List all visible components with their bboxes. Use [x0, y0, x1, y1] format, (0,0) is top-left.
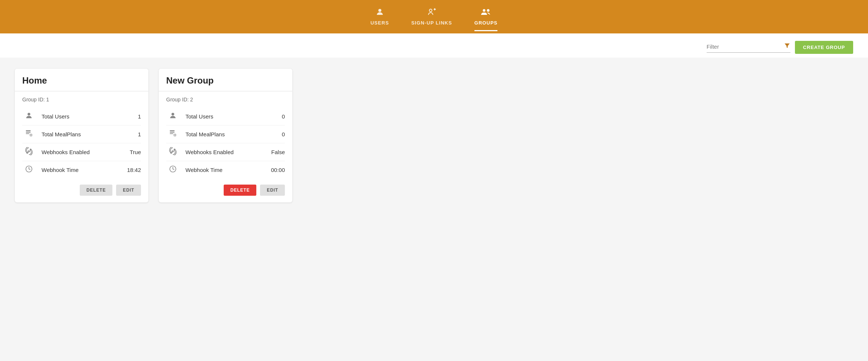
- stat-label-webhook-time: Webhook Time: [42, 167, 120, 173]
- group-card-new-body: Group ID: 2 Total Users 0: [159, 91, 292, 179]
- svg-point-5: [487, 9, 490, 12]
- svg-point-13: [26, 152, 28, 154]
- stat-value-webhook-time-new: 00:00: [270, 167, 285, 173]
- stat-row-total-users-new: Total Users 0: [166, 108, 285, 126]
- stat-label-mealplans-new: Total MealPlans: [185, 131, 264, 137]
- svg-point-1: [429, 9, 432, 12]
- group-card-home-body: Group ID: 1 Total Users 1: [15, 91, 148, 179]
- group-home-id: Group ID: 1: [22, 97, 141, 103]
- group-new-title: New Group: [166, 75, 214, 85]
- svg-point-14: [30, 149, 32, 150]
- stat-row-webhooks-new: Webhooks Enabled False: [166, 143, 285, 161]
- svg-rect-7: [26, 130, 31, 131]
- group-card-home: Home Group ID: 1 Total Users 1: [15, 69, 148, 202]
- stat-row-webhook-time-home: Webhook Time 18:42: [22, 161, 141, 179]
- stat-value-total-users-new: 0: [270, 113, 285, 120]
- svg-rect-20: [170, 132, 175, 133]
- toolbar: CREATE GROUP: [0, 33, 868, 58]
- svg-rect-21: [170, 133, 173, 134]
- svg-point-26: [174, 149, 175, 150]
- groups-icon: [481, 7, 491, 18]
- clock-icon-new: [166, 165, 180, 175]
- group-card-new: New Group Group ID: 2 Total Users 0: [159, 69, 292, 202]
- group-new-id: Group ID: 2: [166, 97, 285, 103]
- stat-label-webhook-time-new: Webhook Time: [185, 167, 264, 173]
- stat-row-mealplans-new: Total MealPlans 0: [166, 126, 285, 143]
- group-home-title: Home: [22, 75, 47, 85]
- svg-rect-19: [170, 130, 175, 131]
- clock-icon: [22, 165, 36, 175]
- stat-value-mealplans: 1: [126, 131, 141, 137]
- svg-rect-9: [26, 133, 29, 134]
- stat-label-webhooks: Webhooks Enabled: [42, 149, 120, 155]
- svg-point-4: [483, 9, 486, 12]
- stat-row-total-users-home: Total Users 1: [22, 108, 141, 126]
- stat-value-total-users: 1: [126, 113, 141, 120]
- create-group-button[interactable]: CREATE GROUP: [795, 41, 853, 54]
- mealplan-icon: [22, 129, 36, 139]
- edit-button-home[interactable]: EDIT: [116, 185, 141, 196]
- filter-icon: [784, 42, 790, 51]
- webhook-icon-new: [166, 147, 180, 157]
- delete-button-home[interactable]: DELETE: [80, 185, 112, 196]
- group-card-home-header: Home: [15, 69, 148, 91]
- group-card-new-header: New Group: [159, 69, 292, 91]
- filter-wrap: [707, 42, 790, 53]
- edit-button-new[interactable]: EDIT: [260, 185, 285, 196]
- svg-rect-8: [26, 132, 31, 133]
- groups-grid: Home Group ID: 1 Total Users 1: [0, 58, 868, 214]
- svg-point-0: [378, 9, 381, 12]
- stat-row-webhooks-home: Webhooks Enabled True: [22, 143, 141, 161]
- stat-row-mealplans-home: Total MealPlans 1: [22, 126, 141, 143]
- svg-point-25: [170, 152, 172, 154]
- nav-groups[interactable]: GROUPS: [474, 7, 498, 31]
- stat-value-webhooks-new: False: [270, 149, 285, 155]
- svg-point-6: [27, 113, 30, 116]
- user-icon-new: [166, 111, 180, 121]
- nav-users[interactable]: USERS: [371, 7, 389, 31]
- stat-value-webhooks: True: [126, 149, 141, 155]
- delete-button-new[interactable]: DELETE: [224, 185, 256, 196]
- group-card-new-footer: DELETE EDIT: [159, 179, 292, 202]
- user-icon: [22, 111, 36, 121]
- users-icon: [375, 7, 384, 18]
- nav-signup-links-label: SIGN-UP LINKS: [411, 20, 452, 26]
- nav-groups-label: GROUPS: [474, 20, 498, 26]
- stat-label-webhooks-new: Webhooks Enabled: [185, 149, 264, 155]
- stat-label-mealplans: Total MealPlans: [42, 131, 120, 137]
- nav-users-label: USERS: [371, 20, 389, 26]
- webhook-icon: [22, 147, 36, 157]
- stat-label-total-users-new: Total Users: [185, 113, 264, 120]
- svg-point-18: [171, 113, 174, 116]
- stat-row-webhook-time-new: Webhook Time 00:00: [166, 161, 285, 179]
- nav-signup-links[interactable]: SIGN-UP LINKS: [411, 7, 452, 31]
- mealplan-icon-new: [166, 129, 180, 139]
- stat-value-webhook-time: 18:42: [126, 167, 141, 173]
- stat-label-total-users: Total Users: [42, 113, 120, 120]
- group-card-home-footer: DELETE EDIT: [15, 179, 148, 202]
- top-nav: USERS SIGN-UP LINKS GROUPS: [0, 0, 868, 33]
- filter-input[interactable]: [707, 43, 781, 50]
- stat-value-mealplans-new: 0: [270, 131, 285, 137]
- signup-links-icon: [427, 7, 436, 18]
